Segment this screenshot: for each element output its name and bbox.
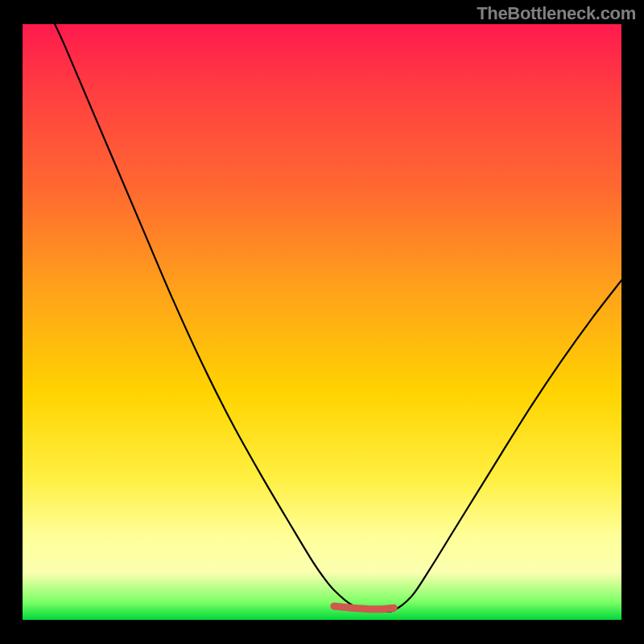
curve-layer	[23, 24, 621, 620]
bottleneck-curve	[55, 24, 621, 612]
chart-frame: TheBottleneck.com	[0, 0, 644, 644]
plot-area	[23, 24, 621, 620]
flat-highlight-segment	[334, 606, 394, 609]
attribution-label: TheBottleneck.com	[477, 3, 636, 24]
